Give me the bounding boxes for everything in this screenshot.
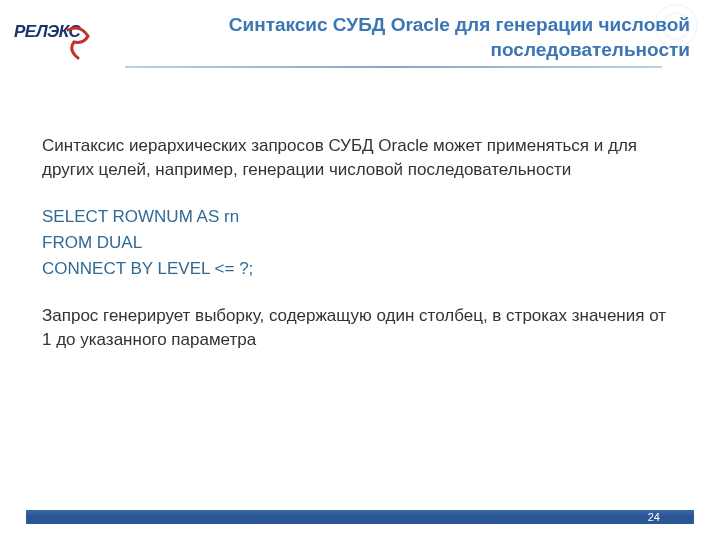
page-number: 24 — [648, 511, 660, 523]
slide-body: Синтаксис иерархических запросов СУБД Or… — [0, 74, 720, 352]
header-rule — [30, 66, 690, 74]
slide: РЕЛЭКС Синтаксис СУБД Oracle для генерац… — [0, 0, 720, 540]
paragraph-outro: Запрос генерирует выборку, содержащую од… — [42, 304, 678, 352]
header-rule-line — [125, 66, 662, 68]
footer-bar: 24 — [26, 510, 694, 524]
code-line: SELECT ROWNUM AS rn — [42, 204, 678, 230]
logo-swoosh-icon — [66, 22, 90, 66]
slide-header: РЕЛЭКС Синтаксис СУБД Oracle для генерац… — [0, 0, 720, 74]
code-line: CONNECT BY LEVEL <= ?; — [42, 256, 678, 282]
paragraph-intro: Синтаксис иерархических запросов СУБД Or… — [42, 134, 678, 182]
logo: РЕЛЭКС — [14, 24, 88, 68]
slide-footer: 24 — [0, 510, 720, 530]
title-line-1: Синтаксис СУБД Oracle для генерации числ… — [229, 14, 690, 35]
code-line: FROM DUAL — [42, 230, 678, 256]
slide-title: Синтаксис СУБД Oracle для генерации числ… — [30, 10, 690, 62]
title-line-2: последовательности — [491, 39, 690, 60]
sql-code-block: SELECT ROWNUM AS rn FROM DUAL CONNECT BY… — [42, 204, 678, 282]
